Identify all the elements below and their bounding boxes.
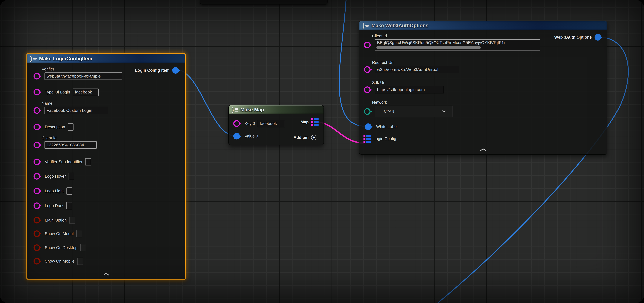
make-struct-icon: } (30, 58, 37, 60)
node-header[interactable]: } Make Map (229, 105, 324, 114)
pin-value0[interactable] (233, 133, 240, 140)
show-on-desktop-label: Show On Desktop (45, 246, 78, 250)
logo-dark-label: Logo Dark (45, 204, 64, 208)
logo-light-input[interactable] (66, 188, 72, 195)
pin-logo-dark[interactable] (34, 202, 40, 209)
pin-redirect-url[interactable] (364, 66, 370, 73)
type-of-login-input[interactable]: facebook (73, 88, 98, 96)
node-header[interactable]: } Make Web3AuthOptions (359, 21, 607, 30)
pin-client-id[interactable] (34, 142, 40, 148)
node-title: Make Map (240, 107, 264, 112)
field-redirect-url: Redirect Url w3a://com.w3a.Web3AuthUnrea… (364, 60, 459, 73)
field-type-of-login: Type Of Login facebook (34, 88, 98, 96)
show-on-modal-label: Show On Modal (45, 232, 74, 236)
verifier-sub-identifier-input[interactable] (85, 158, 91, 166)
field-verifier-sub-identifier: Verifier Sub Identifier (34, 158, 91, 166)
verifier-label: Verifier (42, 67, 122, 72)
blueprint-graph-canvas[interactable]: } Make LoginConfigItem Verifier web3auth… (0, 0, 644, 303)
field-client-id: Client Id 1222658941886084 (34, 136, 97, 149)
description-label: Description (45, 125, 65, 130)
name-input[interactable]: Facebook Custom Login (44, 107, 108, 114)
pin-verifier-sub-identifier[interactable] (34, 158, 40, 165)
pin-show-on-mobile[interactable] (34, 258, 40, 264)
key0-input[interactable]: facebook (258, 120, 285, 127)
field-logo-light: Logo Light (34, 188, 72, 195)
node-make-map[interactable]: } Make Map Key 0 facebook Map Value 0 Ad… (228, 105, 324, 145)
pin-logo-light[interactable] (34, 188, 40, 194)
redirect-url-label: Redirect Url (372, 60, 459, 65)
network-label: Network (372, 100, 452, 105)
description-input[interactable] (68, 124, 74, 130)
show-on-mobile-label: Show On Mobile (45, 259, 74, 264)
client-id-input[interactable]: 1222658941886084 (44, 141, 97, 149)
pin-verifier[interactable] (34, 73, 40, 80)
web3auth-options-label: Web 3Auth Options (554, 35, 592, 40)
field-login-config: Login Config (364, 135, 396, 142)
make-struct-icon: } (362, 25, 369, 26)
logo-light-label: Logo Light (45, 189, 64, 194)
pin-login-config[interactable] (364, 135, 371, 143)
add-pin-plus-icon: + (311, 135, 316, 140)
field-main-option: Main Option (34, 216, 75, 224)
chevron-down-icon (442, 109, 446, 114)
network-value: CYAN (384, 109, 394, 114)
client-id-text: BEglQSgt4cUWcj6SKRdu5QkOXTsePmMcusG5EAoy… (377, 40, 505, 45)
output-web3auth-options: Web 3Auth Options (554, 34, 603, 40)
node-title: Make Web3AuthOptions (372, 23, 428, 28)
sdk-url-input[interactable]: https://sdk.openlogin.com (375, 86, 444, 93)
offscreen-node-partial[interactable] (200, 0, 328, 4)
field-value0: Value 0 (233, 132, 258, 140)
node-make-loginconfigitem[interactable]: } Make LoginConfigItem Verifier web3auth… (26, 53, 186, 280)
add-pin-row: Add pin + (294, 134, 316, 141)
network-dropdown[interactable]: CYAN (375, 106, 452, 117)
map-label: Map (300, 120, 308, 124)
pin-name[interactable] (34, 107, 40, 114)
pin-key0[interactable] (233, 120, 240, 127)
client-id-input[interactable]: BEglQSgt4cUWcj6SKRdu5QkOXTsePmMcusG5EAoy… (375, 40, 540, 50)
client-id-scrollbar[interactable] (376, 46, 481, 49)
type-of-login-label: Type Of Login (45, 90, 70, 94)
collapse-chevron-icon[interactable] (103, 272, 110, 276)
field-client-id: Client Id BEglQSgt4cUWcj6SKRdu5QkOXTsePm… (364, 34, 540, 50)
field-verifier: Verifier web3auth-facebook-example (34, 67, 122, 80)
collapse-chevron-icon[interactable] (480, 148, 486, 152)
pin-network[interactable] (364, 108, 370, 115)
pin-white-label[interactable] (365, 124, 372, 130)
field-key0: Key 0 facebook (233, 120, 285, 127)
main-option-label: Main Option (45, 218, 67, 222)
show-on-desktop-checkbox[interactable] (80, 244, 86, 251)
pin-map-out[interactable] (311, 118, 318, 126)
pin-web3auth-options-out[interactable] (594, 34, 601, 40)
show-on-modal-checkbox[interactable] (76, 230, 82, 237)
field-description: Description (34, 124, 74, 130)
add-pin-button[interactable]: Add pin + (294, 135, 316, 140)
login-config-item-label: Login Config Item (135, 68, 170, 73)
node-make-web3authoptions[interactable]: } Make Web3AuthOptions Client Id BEglQSg… (359, 20, 607, 155)
name-label: Name (42, 101, 108, 106)
node-header[interactable]: } Make LoginConfigItem (27, 54, 185, 63)
pin-client-id[interactable] (364, 42, 370, 48)
login-config-label: Login Config (374, 136, 396, 141)
pin-show-on-desktop[interactable] (34, 244, 40, 251)
logo-dark-input[interactable] (66, 202, 72, 209)
field-network: Network CYAN (364, 100, 452, 117)
pin-sdk-url[interactable] (364, 86, 370, 93)
pin-login-config-item-out[interactable] (172, 67, 179, 74)
pin-type-of-login[interactable] (34, 89, 40, 96)
sdk-url-label: Sdk Url (372, 80, 444, 85)
redirect-url-input[interactable]: w3a://com.w3a.Web3AuthUnreal (375, 66, 459, 73)
logo-hover-input[interactable] (68, 173, 74, 180)
pin-description[interactable] (34, 124, 40, 130)
show-on-mobile-checkbox[interactable] (77, 258, 83, 265)
field-show-on-modal: Show On Modal (34, 230, 82, 237)
pin-main-option[interactable] (34, 217, 40, 224)
verifier-sub-identifier-label: Verifier Sub Identifier (45, 160, 82, 164)
field-name: Name Facebook Custom Login (34, 101, 108, 114)
pin-show-on-modal[interactable] (34, 230, 40, 237)
client-id-label: Client Id (372, 34, 540, 38)
verifier-input[interactable]: web3auth-facebook-example (44, 72, 122, 80)
pin-logo-hover[interactable] (34, 173, 40, 180)
field-white-label: White Label (365, 123, 398, 130)
value0-label: Value 0 (244, 134, 258, 138)
main-option-checkbox[interactable] (70, 216, 75, 224)
